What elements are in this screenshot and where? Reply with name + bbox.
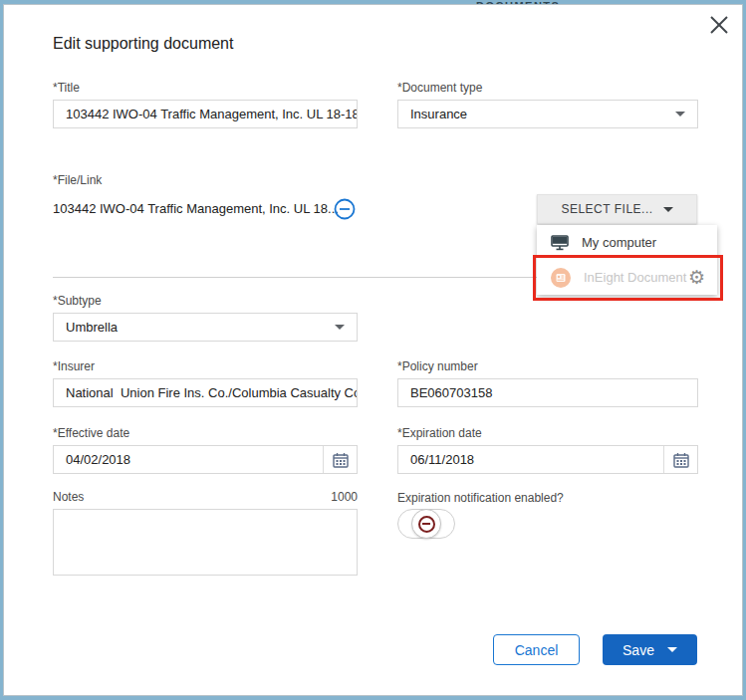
effective-date-input[interactable]: 04/02/2018 — [53, 445, 358, 474]
minus-circle-icon — [418, 516, 435, 533]
expiration-date-input[interactable]: 06/11/2018 — [397, 445, 698, 474]
cancel-button[interactable]: Cancel — [493, 634, 580, 665]
expiration-date-label: *Expiration date — [397, 426, 482, 440]
subtype-label: *Subtype — [53, 294, 102, 308]
notes-label: Notes — [53, 490, 84, 504]
chevron-down-icon — [675, 112, 685, 117]
attached-file-name: 103442 IWO-04 Traffic Management, Inc. U… — [53, 201, 339, 216]
menu-item-my-computer[interactable]: My computer — [537, 225, 717, 260]
expiration-notification-toggle[interactable] — [397, 509, 455, 539]
minus-circle-icon — [334, 198, 356, 220]
chevron-down-icon — [335, 325, 345, 330]
computer-icon — [551, 235, 569, 251]
chevron-down-icon — [663, 207, 673, 212]
dialog-title: Edit supporting document — [53, 35, 233, 53]
select-file-menu: My computer InEight Document ⚙ — [537, 225, 717, 295]
document-type-label: *Document type — [397, 81, 482, 95]
notes-textarea[interactable] — [53, 509, 358, 576]
ineight-avatar-icon — [551, 268, 571, 288]
gear-icon[interactable]: ⚙ — [688, 268, 705, 287]
document-type-select[interactable]: Insurance — [397, 100, 698, 128]
toggle-knob — [411, 509, 441, 539]
close-button[interactable] — [704, 10, 734, 40]
calendar-picker-button[interactable] — [663, 446, 697, 473]
notes-char-counter: 1000 — [331, 490, 358, 504]
remove-file-button[interactable] — [334, 198, 356, 220]
modal-backdrop: DOCUMENTS Edit supporting document *Titl… — [0, 0, 746, 700]
notes-header-row: Notes 1000 — [53, 490, 358, 504]
policy-number-input[interactable]: BE060703158 — [397, 378, 698, 407]
title-label: *Title — [53, 81, 80, 95]
subtype-select[interactable]: Umbrella — [53, 313, 358, 342]
file-link-label: *File/Link — [53, 173, 102, 187]
calendar-icon — [673, 452, 689, 468]
calendar-icon — [333, 452, 349, 468]
select-file-button[interactable]: SELECT FILE... — [537, 194, 697, 224]
chevron-down-icon — [667, 647, 677, 652]
expiration-notification-label: Expiration notification enabled? — [397, 491, 564, 505]
insurer-input[interactable]: National Union Fire Ins. Co./Columbia Ca… — [53, 378, 358, 407]
menu-item-ineight-document[interactable]: InEight Document ⚙ — [537, 260, 717, 295]
insurer-label: *Insurer — [53, 359, 95, 373]
edit-supporting-document-dialog: Edit supporting document *Title 103442 I… — [3, 4, 743, 696]
save-button[interactable]: Save — [603, 634, 697, 665]
title-input[interactable]: 103442 IWO-04 Traffic Management, Inc. U… — [53, 100, 358, 128]
calendar-picker-button[interactable] — [323, 446, 357, 473]
effective-date-label: *Effective date — [53, 426, 129, 440]
close-icon — [708, 14, 730, 36]
section-divider — [53, 277, 538, 278]
policy-number-label: *Policy number — [397, 359, 478, 373]
